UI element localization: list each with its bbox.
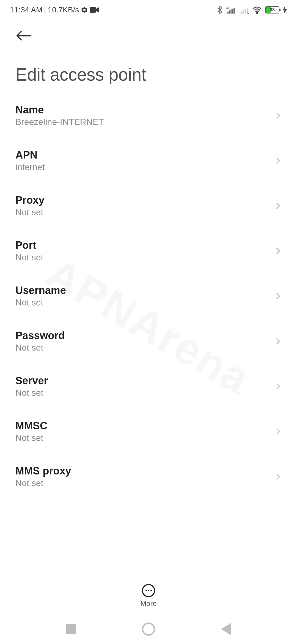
status-speed: 10.7KB/s xyxy=(48,6,79,14)
status-right: 4G ✕ 38 xyxy=(217,6,287,14)
signal-4g-icon: 4G xyxy=(226,6,236,14)
chevron-right-icon xyxy=(274,293,282,300)
setting-value: Not set xyxy=(15,478,71,488)
settings-list: Name Breezeline-INTERNET APN internet Pr… xyxy=(0,93,297,575)
chevron-right-icon xyxy=(274,157,282,164)
video-icon xyxy=(90,7,99,13)
svg-rect-3 xyxy=(229,10,231,14)
status-time: 11:34 AM xyxy=(10,6,42,14)
setting-mms-proxy[interactable]: MMS proxy Not set xyxy=(15,454,282,499)
setting-value: Not set xyxy=(15,207,45,217)
svg-point-11 xyxy=(257,12,258,13)
back-button[interactable] xyxy=(15,28,32,44)
charging-icon xyxy=(283,6,287,14)
svg-rect-0 xyxy=(90,7,96,13)
status-left: 11:34 AM | 10.7KB/s xyxy=(10,6,99,14)
chevron-right-icon xyxy=(274,383,282,390)
chevron-right-icon xyxy=(274,202,282,209)
setting-label: Proxy xyxy=(15,194,45,206)
navigation-bar xyxy=(0,614,297,644)
bottom-bar: More xyxy=(0,578,297,614)
setting-label: MMSC xyxy=(15,420,47,432)
more-icon xyxy=(142,584,155,597)
svg-rect-7 xyxy=(243,10,244,14)
bluetooth-icon xyxy=(217,6,223,14)
battery-text: 38 xyxy=(266,7,279,13)
chevron-right-icon xyxy=(274,428,282,435)
setting-mmsc[interactable]: MMSC Not set xyxy=(15,409,282,454)
setting-password[interactable]: Password Not set xyxy=(15,319,282,364)
setting-value: Breezeline-INTERNET xyxy=(15,117,104,127)
setting-label: Password xyxy=(15,330,65,342)
svg-text:✕: ✕ xyxy=(246,11,249,14)
setting-proxy[interactable]: Proxy Not set xyxy=(15,183,282,228)
svg-rect-5 xyxy=(233,8,235,14)
page-title: Edit access point xyxy=(0,50,297,93)
setting-value: Not set xyxy=(15,388,48,398)
svg-rect-8 xyxy=(245,9,246,14)
setting-value: internet xyxy=(15,162,45,172)
wifi-icon xyxy=(252,6,262,14)
setting-value: Not set xyxy=(15,298,66,308)
svg-rect-2 xyxy=(227,12,229,14)
chevron-right-icon xyxy=(274,473,282,480)
setting-label: Name xyxy=(15,104,104,116)
setting-label: Port xyxy=(15,239,43,251)
svg-text:4G: 4G xyxy=(226,6,230,10)
signal-no-sim-icon: ✕ xyxy=(239,6,249,14)
header xyxy=(0,20,297,50)
chevron-right-icon xyxy=(274,338,282,345)
setting-value: Not set xyxy=(15,252,43,263)
setting-label: Username xyxy=(15,285,66,296)
setting-label: MMS proxy xyxy=(15,465,71,477)
setting-value: Not set xyxy=(15,343,65,353)
status-bar: 11:34 AM | 10.7KB/s 4G ✕ 38 xyxy=(0,0,297,20)
more-label: More xyxy=(140,599,156,608)
setting-username[interactable]: Username Not set xyxy=(15,274,282,319)
chevron-right-icon xyxy=(274,112,282,119)
setting-name[interactable]: Name Breezeline-INTERNET xyxy=(15,93,282,138)
status-separator: | xyxy=(44,6,46,14)
battery-icon: 38 xyxy=(265,6,279,13)
setting-port[interactable]: Port Not set xyxy=(15,228,282,274)
svg-rect-4 xyxy=(232,9,233,14)
svg-rect-6 xyxy=(241,12,242,14)
setting-apn[interactable]: APN internet xyxy=(15,138,282,183)
nav-home-button[interactable] xyxy=(142,623,155,636)
setting-label: APN xyxy=(15,149,45,161)
setting-server[interactable]: Server Not set xyxy=(15,364,282,409)
more-button[interactable]: More xyxy=(140,584,156,608)
nav-back-button[interactable] xyxy=(221,623,231,635)
nav-recents-button[interactable] xyxy=(66,624,76,634)
arrow-left-icon xyxy=(15,30,32,41)
chevron-right-icon xyxy=(274,247,282,255)
setting-value: Not set xyxy=(15,433,47,443)
gear-icon xyxy=(81,6,88,14)
setting-label: Server xyxy=(15,375,48,387)
